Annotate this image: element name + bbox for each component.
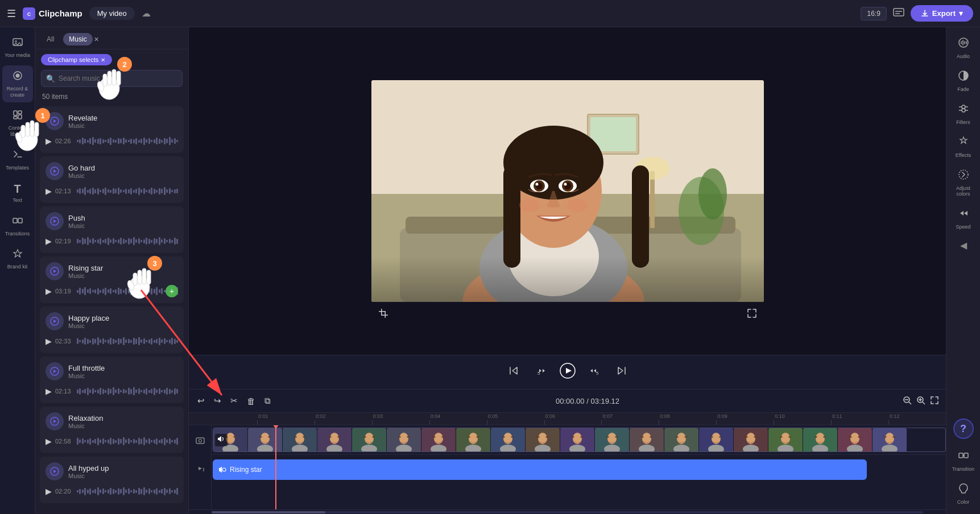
captions-button[interactable] (892, 6, 905, 21)
music-item[interactable]: Relaxation Music ▶ 02:58 (40, 407, 184, 453)
right-item-filters[interactable]: Filters (948, 98, 979, 130)
sidebar-item-brand-kit[interactable]: Brand kit (2, 243, 33, 275)
filter-tag-close[interactable]: ✕ (101, 57, 105, 63)
svg-point-151 (781, 433, 790, 444)
right-item-audio[interactable]: Audio (948, 32, 979, 64)
sidebar-item-record-create[interactable]: Record & create (2, 65, 33, 103)
panel-tabs: All Music ✕ (35, 27, 188, 49)
ruler-label: 0:06 (545, 413, 556, 419)
music-item-header: Go hard Music (46, 162, 178, 180)
music-duration: 02:26 (55, 138, 71, 144)
play-music-button[interactable]: ▶ (46, 287, 52, 296)
play-music-button[interactable]: ▶ (46, 186, 52, 196)
fit-button[interactable] (930, 396, 939, 407)
redo-button[interactable]: ↪ (212, 394, 223, 408)
right-item-effects[interactable]: Effects (948, 131, 979, 163)
music-type: Music (68, 472, 178, 479)
help-bubble[interactable]: ? (953, 418, 974, 439)
clipchamp-selects-filter[interactable]: Clipchamp selects ✕ (41, 54, 112, 65)
tab-all[interactable]: All (41, 33, 60, 45)
left-sidebar: Your media Record & create Content libra… (0, 27, 35, 514)
sidebar-item-templates[interactable]: Templates (2, 144, 33, 176)
timeline-scrollbar[interactable] (189, 509, 946, 514)
svg-rect-99 (407, 436, 410, 438)
music-item-header: Rising star Music (46, 262, 178, 280)
project-title[interactable]: My video (89, 7, 135, 20)
music-item[interactable]: Happy place Music ▶ 02:33 (40, 306, 184, 353)
music-item[interactable]: Revelate Music ▶ 02:26 (40, 106, 184, 153)
music-name: Push (68, 214, 178, 222)
scrollbar-thumb[interactable] (212, 511, 325, 513)
tab-music-close[interactable]: ✕ (94, 36, 99, 43)
svg-point-69 (199, 440, 201, 442)
music-item[interactable]: All hyped up Music ▶ 02:20 (40, 457, 184, 503)
sidebar-item-your-media[interactable]: Your media (2, 32, 33, 63)
svg-rect-163 (849, 436, 852, 438)
duplicate-button[interactable]: ⧉ (263, 394, 272, 408)
music-name: Go hard (68, 164, 178, 172)
cut-button[interactable]: ✂ (229, 394, 239, 408)
music-item[interactable]: Rising star Music ▶ 03:19 + (40, 256, 184, 303)
menu-icon[interactable]: ☰ (7, 7, 16, 20)
export-button[interactable]: Export ▾ (911, 5, 973, 22)
music-item[interactable]: Push Music ▶ 02:19 (40, 206, 184, 253)
play-music-button[interactable]: ▶ (46, 237, 52, 246)
play-button[interactable] (560, 363, 576, 382)
zoom-out-button[interactable] (903, 396, 912, 407)
sidebar-item-content-library[interactable]: Content library (2, 105, 33, 142)
right-item-color[interactable]: Color (948, 478, 979, 509)
undo-button[interactable]: ↩ (196, 394, 206, 408)
svg-text:C: C (27, 11, 31, 17)
play-music-button[interactable]: ▶ (46, 437, 52, 446)
zoom-in-button[interactable] (916, 396, 925, 407)
record-create-icon (12, 70, 23, 84)
music-duration: 02:13 (55, 188, 71, 194)
play-music-button[interactable]: ▶ (46, 136, 52, 146)
audio-label: Audio (957, 53, 970, 59)
svg-rect-88 (329, 436, 332, 438)
cloud-icon[interactable]: ☁ (142, 8, 151, 19)
forward-button[interactable]: 5 (586, 362, 603, 382)
skip-back-button[interactable] (505, 362, 522, 382)
video-thumbnail (421, 428, 456, 452)
items-count: 50 items (35, 90, 188, 104)
aspect-ratio-button[interactable]: 16:9 (861, 7, 886, 20)
waveform (77, 235, 179, 247)
play-music-button[interactable]: ▶ (46, 387, 52, 396)
right-item-adjust-colors[interactable]: Adjust colors (948, 164, 979, 201)
skip-forward-button[interactable] (613, 362, 630, 382)
video-clip[interactable] (213, 428, 946, 452)
play-music-button[interactable]: ▶ (46, 487, 52, 496)
collapse-right-sidebar-button[interactable]: ◀ (960, 240, 967, 251)
video-thumbnail (873, 428, 907, 452)
svg-point-126 (607, 433, 617, 444)
svg-rect-134 (650, 436, 652, 438)
sidebar-item-transitions[interactable]: Transitions (2, 210, 33, 242)
tracks-area: Rising star (189, 425, 946, 509)
rewind-button[interactable]: 5 (532, 362, 549, 382)
right-item-fade[interactable]: Fade (948, 65, 979, 97)
tab-music[interactable]: Music (63, 33, 92, 45)
svg-rect-139 (684, 436, 687, 438)
music-item[interactable]: Full throttle Music ▶ 02:13 (40, 357, 184, 403)
play-music-button[interactable]: ▶ (46, 337, 52, 346)
sidebar-item-text[interactable]: T Text (2, 178, 33, 208)
templates-label: Templates (6, 165, 29, 171)
music-item-controls: ▶ 02:19 (46, 235, 178, 247)
audio-clip[interactable]: Rising star (213, 459, 867, 480)
svg-rect-149 (754, 436, 756, 438)
svg-rect-153 (780, 436, 783, 438)
music-item[interactable]: Go hard Music ▶ 02:13 (40, 156, 184, 203)
svg-point-47 (535, 183, 538, 186)
transition-icon (957, 449, 970, 465)
expand-button[interactable] (747, 308, 757, 321)
svg-rect-180 (959, 453, 963, 458)
right-item-transition[interactable]: Transition (948, 445, 979, 476)
search-input[interactable] (41, 70, 183, 87)
music-item-header: All hyped up Music (46, 462, 178, 480)
add-to-timeline-button[interactable]: + (166, 285, 178, 297)
delete-button[interactable]: 🗑 (245, 395, 257, 408)
track-content[interactable]: Rising star (212, 425, 946, 509)
right-item-speed[interactable]: Speed (948, 202, 979, 234)
crop-button[interactable] (378, 308, 388, 321)
